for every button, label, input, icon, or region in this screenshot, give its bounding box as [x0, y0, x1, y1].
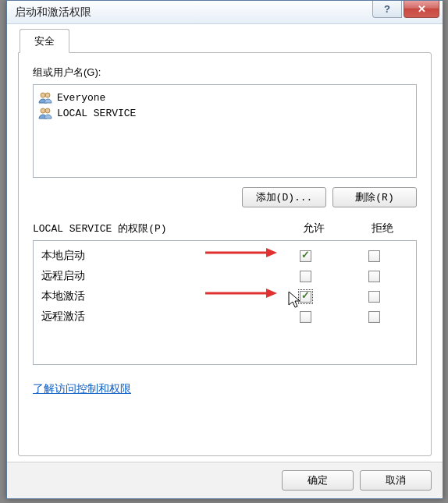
users-icon [38, 91, 52, 104]
dialog-footer: 确定 取消 [7, 462, 443, 498]
client-area: 安全 组或用户名(G): Everyon [7, 24, 443, 467]
window-title: 启动和激活权限 [15, 5, 372, 19]
list-item-label: Everyone [57, 92, 105, 104]
permissions-table: 本地启动 远程启动 本地激活 [33, 240, 417, 365]
permission-label: 本地启动 [41, 249, 271, 263]
checkbox-allow-remote-activation[interactable] [300, 311, 311, 323]
permissions-block: LOCAL SERVICE 的权限(P) 允许 拒绝 本地启动 远程启动 [33, 221, 417, 365]
cancel-button[interactable]: 取消 [360, 470, 432, 491]
table-row: 远程激活 [41, 306, 408, 327]
user-buttons-row: 添加(D)... 删除(R) [33, 187, 417, 207]
checkbox-deny-local-activation[interactable] [368, 291, 380, 303]
checkbox-allow-local-activation[interactable] [300, 291, 311, 303]
permissions-title: LOCAL SERVICE 的权限(P) [33, 221, 279, 236]
column-deny: 拒绝 [348, 221, 417, 236]
checkbox-deny-remote-launch[interactable] [368, 271, 380, 282]
tabset: 安全 组或用户名(G): Everyon [18, 29, 432, 456]
svg-point-3 [45, 108, 50, 113]
table-row: 远程启动 [41, 266, 408, 286]
help-button[interactable]: ? [372, 1, 402, 18]
checkbox-allow-local-launch[interactable] [300, 250, 311, 262]
list-item[interactable]: LOCAL SERVICE [38, 105, 411, 121]
checkbox-deny-remote-activation[interactable] [368, 311, 380, 323]
svg-point-1 [45, 93, 50, 97]
ok-button[interactable]: 确定 [282, 470, 354, 491]
checkbox-allow-remote-launch[interactable] [300, 271, 311, 282]
tab-security[interactable]: 安全 [20, 29, 69, 53]
dialog-window: 启动和激活权限 ? ✕ 安全 组或用户名(G): [6, 0, 443, 499]
svg-point-0 [41, 93, 45, 97]
permission-label: 远程激活 [41, 310, 271, 324]
column-allow: 允许 [279, 221, 348, 236]
list-item-label: LOCAL SERVICE [57, 108, 136, 119]
permission-label: 远程启动 [41, 269, 271, 283]
checkbox-deny-local-launch[interactable] [368, 250, 380, 262]
add-button[interactable]: 添加(D)... [242, 187, 326, 207]
titlebar: 启动和激活权限 ? ✕ [7, 1, 443, 24]
tab-panel-security: 组或用户名(G): Everyone [18, 52, 432, 456]
learn-more-link[interactable]: 了解访问控制和权限 [33, 382, 131, 396]
tab-strip: 安全 [18, 29, 432, 53]
list-item[interactable]: Everyone [38, 90, 411, 105]
users-listbox[interactable]: Everyone LOCAL SERVICE [33, 84, 417, 178]
table-row: 本地激活 [41, 286, 408, 306]
svg-point-2 [41, 108, 45, 113]
table-row: 本地启动 [41, 246, 408, 266]
permission-label: 本地激活 [41, 289, 271, 303]
remove-button[interactable]: 删除(R) [332, 187, 417, 207]
permissions-header: LOCAL SERVICE 的权限(P) 允许 拒绝 [33, 221, 417, 236]
close-button[interactable]: ✕ [404, 1, 439, 18]
window-controls: ? ✕ [372, 1, 443, 18]
users-icon [38, 107, 52, 119]
group-users-label: 组或用户名(G): [33, 66, 417, 80]
